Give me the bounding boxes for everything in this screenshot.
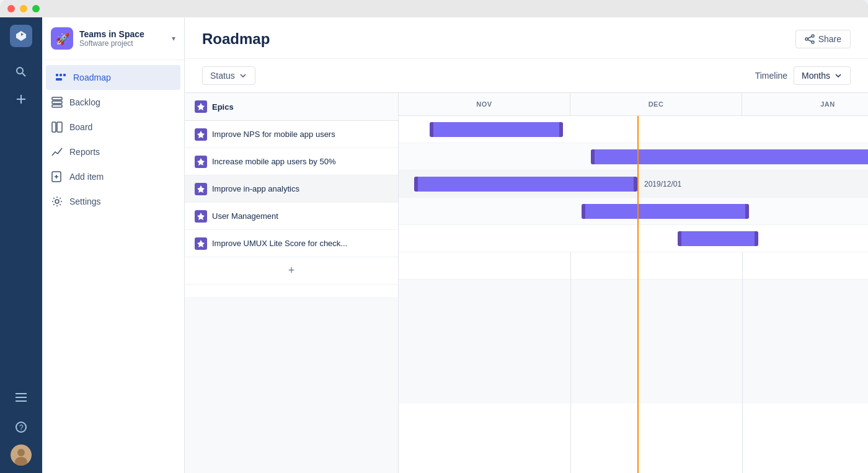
epic-row[interactable]: Improve UMUX Lite Score for check... [185,230,398,257]
gantt-bar-handle-left[interactable] [582,204,585,219]
add-epic-button[interactable]: + [185,257,398,285]
svg-rect-23 [52,122,56,132]
nav-add-button[interactable] [9,87,33,112]
timeline-label: Timeline [755,71,787,81]
close-button[interactable] [7,5,15,12]
epics-header-label: Epics [212,102,234,112]
epic-row-label: User Management [212,211,278,221]
svg-point-29 [812,35,814,37]
svg-line-33 [808,40,812,42]
project-type: Software project [79,39,166,48]
epic-row-icon [195,210,207,223]
epic-row-label: Increase mobile app users by 50% [212,157,335,166]
svg-rect-20 [52,97,62,100]
gantt-bar-1[interactable] [430,122,563,137]
project-icon: 🚀 [51,27,73,50]
timeline-rows-container: 2019/12/01 [399,116,868,473]
maximize-button[interactable] [32,5,40,12]
gantt-bar-handle-right[interactable] [755,231,758,246]
svg-marker-37 [197,185,205,193]
gantt-bar-handle-left[interactable] [414,177,418,192]
project-name: Teams in Space [79,29,166,39]
main-content: Roadmap Share Status Ti [185,17,868,473]
epic-row-label: Improve in-app analytics [212,184,299,193]
epics-panel: Epics Improve NPS for mobile app users [185,93,399,473]
app: ? 🚀 Teams in [0,17,868,473]
svg-rect-22 [52,105,62,107]
sidebar-item-reports-label: Reports [69,147,100,157]
epic-row[interactable]: Improve NPS for mobile app users [185,121,398,148]
svg-rect-24 [57,122,62,132]
gantt-bar-handle-left[interactable] [678,231,681,246]
roadmap-icon [55,71,67,84]
timeline-row-2 [399,143,868,170]
svg-text:?: ? [19,423,24,432]
epic-row[interactable]: Increase mobile app users by 50% [185,148,398,175]
backlog-icon [51,96,63,108]
svg-marker-35 [197,131,205,138]
epic-row[interactable]: Improve in-app analytics [185,175,398,203]
sidebar-item-board[interactable]: Board [42,115,184,139]
add-epic-icon: + [288,264,295,277]
nav-bottom: ? [9,385,33,466]
months-dropdown[interactable]: Months [794,66,851,85]
gantt-bar-5[interactable] [678,231,758,246]
svg-point-2 [17,68,23,74]
window-chrome [0,0,868,17]
epics-header: Epics [185,93,398,121]
sidebar-item-roadmap-label: Roadmap [73,73,111,82]
svg-point-12 [17,449,25,456]
sidebar-nav: Roadmap Backlog [42,60,184,219]
gantt-bar-handle-left[interactable] [591,149,595,164]
epic-row[interactable]: User Management [185,203,398,230]
sidebar-item-reports[interactable]: Reports [42,139,184,164]
sidebar-item-add-item-label: Add item [69,172,104,182]
status-label: Status [210,71,235,81]
epic-rows-list: Improve NPS for mobile app users Increas… [185,121,398,297]
status-dropdown[interactable]: Status [202,66,255,85]
project-chevron[interactable]: ▾ [172,34,175,43]
sidebar-item-board-label: Board [69,122,92,132]
roadmap-container: Epics Improve NPS for mobile app users [185,93,868,473]
sidebar-item-backlog[interactable]: Backlog [42,90,184,115]
gantt-bar-handle-right[interactable] [745,204,749,219]
month-header-dec: DEC [570,93,742,115]
svg-marker-36 [197,158,205,166]
user-avatar[interactable] [11,444,32,466]
app-logo [10,25,32,47]
svg-marker-38 [197,213,205,220]
timeline-add-row [399,252,868,280]
gantt-bar-handle-left[interactable] [430,122,433,137]
svg-rect-18 [56,78,62,81]
gantt-bar-4[interactable] [582,204,749,219]
svg-rect-19 [63,74,66,76]
month-header-nov: NOV [399,93,570,115]
main-header: Roadmap Share [185,17,868,59]
epics-empty-area [185,297,398,473]
minimize-button[interactable] [20,5,27,12]
epic-row-label: Improve NPS for mobile app users [212,130,335,139]
svg-point-31 [812,41,814,43]
sidebar-header: 🚀 Teams in Space Software project ▾ [42,17,184,60]
gantt-bar-2[interactable] [591,149,868,164]
nav-menu-button[interactable] [9,385,33,410]
svg-line-32 [808,37,812,38]
sidebar-item-settings[interactable]: Settings [42,189,184,214]
epic-row-label: Improve UMUX Lite Score for check... [212,239,347,248]
sidebar-item-add-item[interactable]: Add item [42,164,184,189]
sidebar-item-settings-label: Settings [69,197,101,206]
gantt-bar-handle-right[interactable] [559,122,563,137]
nav-help-button[interactable]: ? [9,415,33,440]
settings-icon [51,195,63,208]
timeline-empty-area [399,280,868,404]
add-item-icon [51,170,63,183]
share-button[interactable]: Share [795,30,851,48]
svg-rect-21 [52,101,62,104]
project-info: Teams in Space Software project [79,29,166,48]
sidebar-item-roadmap[interactable]: Roadmap [46,65,180,90]
epic-row-icon [195,183,207,195]
svg-line-3 [22,73,25,76]
roadmap-grid: Epics Improve NPS for mobile app users [185,93,868,473]
gantt-bar-3[interactable] [414,177,637,192]
nav-search-button[interactable] [9,60,33,84]
